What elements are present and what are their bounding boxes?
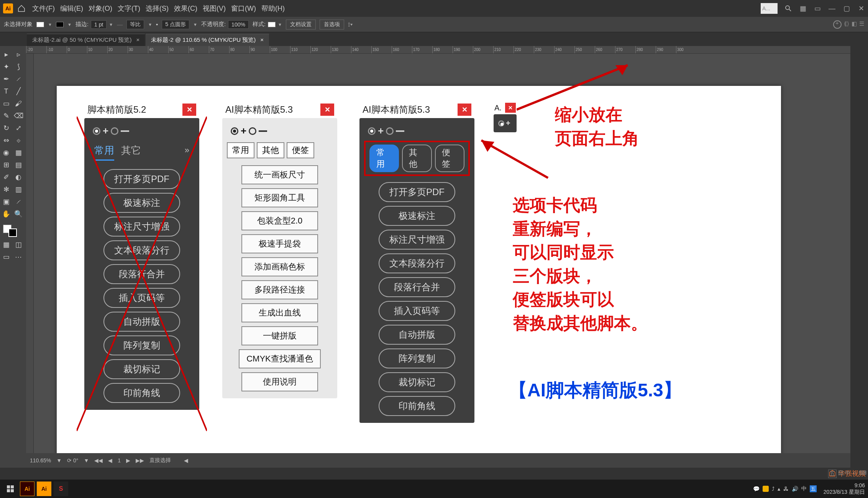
perspective-tool[interactable]: ▦ — [12, 146, 25, 159]
maximize-icon[interactable]: ▢ — [843, 5, 850, 12]
line-tool[interactable]: ╱ — [12, 85, 25, 97]
script-button[interactable]: 裁切标记 — [103, 359, 180, 379]
radio-off-icon[interactable] — [111, 127, 118, 135]
taskbar-ai-icon[interactable]: Ai — [20, 482, 34, 496]
start-button[interactable] — [3, 482, 18, 496]
pen-tool[interactable]: ✒ — [0, 73, 12, 85]
artboard-nav-last[interactable]: ▶▶ — [136, 457, 144, 463]
artboard-tool[interactable]: ▣ — [0, 196, 12, 208]
radio-on-icon[interactable] — [231, 127, 238, 135]
zoom-level[interactable]: 110.65% — [30, 457, 51, 463]
menu-object[interactable]: 对象(O) — [89, 4, 112, 13]
fill-swatch[interactable] — [36, 22, 44, 27]
script-button[interactable]: 自动拼版 — [379, 325, 455, 345]
ime-floating-bar[interactable]: 五 囧 中 ☺ ⌨ — [828, 470, 866, 478]
opacity-field[interactable]: 100% — [228, 20, 249, 29]
preferences-button[interactable]: 首选项 — [320, 20, 344, 30]
menu-effect[interactable]: 效果(C) — [174, 4, 197, 13]
panel-toggle-icon[interactable]: ⟪⟩ — [844, 20, 849, 29]
menu-text[interactable]: 文字(T) — [118, 4, 140, 13]
script-button[interactable]: 印前角线 — [103, 383, 180, 403]
tab-close-icon[interactable]: × — [136, 36, 140, 43]
script-button[interactable]: 极速标注 — [379, 206, 455, 226]
document-setup-button[interactable]: 文档设置 — [286, 20, 316, 30]
align-icon[interactable]: ⟟▾ — [348, 21, 353, 28]
script-button[interactable]: 打开多页PDF — [103, 169, 180, 189]
radio-on-icon[interactable] — [368, 127, 376, 135]
script-button[interactable]: 印前角线 — [379, 396, 455, 416]
tab-doc1[interactable]: 未标题-2.ai @ 50 % (CMYK/CPU 预览) × — [27, 34, 145, 46]
script-button[interactable]: 标注尺寸增强 — [103, 217, 180, 237]
script-button[interactable]: 极速手提袋 — [241, 234, 318, 253]
rotate-view-icon[interactable]: ⟳ 0° — [67, 457, 78, 463]
tab-doc2[interactable]: 未标题-2 @ 110.65 % (CMYK/CPU 预览) × — [146, 34, 269, 46]
script-button[interactable]: 阵列复制 — [103, 335, 180, 355]
canvas[interactable]: 脚本精简版5.2 ✕ + 常用 其它 » 打开多页PDF极速标注标注尺寸增强文本… — [34, 54, 850, 453]
eraser-tool[interactable]: ⌫ — [12, 110, 25, 122]
lasso-tool[interactable]: ⟆ — [12, 61, 25, 73]
menu-window[interactable]: 窗口(W) — [231, 4, 256, 13]
script-button[interactable]: 打开多页PDF — [379, 182, 455, 202]
radio-on-icon[interactable] — [498, 120, 504, 127]
eyedropper-tool[interactable]: ✐ — [0, 171, 12, 183]
script-button[interactable]: 段落行合并 — [103, 264, 180, 284]
radio-on-icon[interactable] — [93, 127, 100, 135]
uniform-field[interactable]: 等比 — [126, 20, 144, 29]
panelmini-close-button[interactable]: ✕ — [505, 103, 516, 113]
search-icon[interactable] — [784, 5, 792, 12]
collapse-icon[interactable]: ◧ — [852, 20, 857, 29]
menu-view[interactable]: 视图(V) — [203, 4, 226, 13]
rectangle-tool[interactable]: ▭ — [0, 97, 12, 110]
script-button[interactable]: 统一画板尺寸 — [241, 165, 318, 184]
script-button[interactable]: 极速标注 — [103, 193, 180, 213]
fill-stroke-control[interactable] — [0, 223, 25, 238]
radio-off-icon[interactable] — [249, 127, 256, 135]
selection-tool[interactable]: ▸ — [0, 48, 12, 61]
close-icon[interactable]: ✕ — [857, 5, 865, 12]
zoom-tool[interactable]: 🔍 — [12, 208, 25, 220]
tray-notification-icon[interactable]: 💬 — [753, 486, 760, 492]
brush-field[interactable]: 5 点圆形 — [162, 20, 189, 29]
stroke-swatch[interactable] — [56, 22, 64, 27]
magic-wand-tool[interactable]: ✦ — [0, 61, 12, 73]
taskbar-app-icon[interactable]: S — [54, 482, 68, 496]
script-button[interactable]: 使用说明 — [241, 372, 318, 391]
panel53dark-tab-other[interactable]: 其他 — [402, 145, 432, 172]
color-mode-icon[interactable]: ▦ — [0, 238, 12, 251]
draw-mode-icon[interactable]: ◫ — [12, 238, 25, 251]
tray-volume-icon[interactable]: 🔊 — [792, 486, 798, 492]
script-button[interactable]: 段落行合并 — [379, 277, 455, 297]
tray-clock[interactable]: 9:06 2023/8/13 星期日 — [824, 482, 865, 495]
type-tool[interactable]: T — [0, 85, 12, 97]
tray-ime-icon[interactable]: 中 — [801, 485, 807, 492]
script-button[interactable]: 自动拼版 — [103, 312, 180, 332]
tray-chevron-icon[interactable]: ▴ — [778, 486, 780, 492]
stroke-weight[interactable]: 1 pt — [91, 20, 107, 29]
script-button[interactable]: 插入页码等 — [379, 301, 455, 321]
shape-builder-tool[interactable]: ◉ — [0, 146, 12, 159]
script-button[interactable]: CMYK查找潘通色 — [239, 349, 321, 368]
script-button[interactable]: 添加画稿色标 — [241, 257, 318, 276]
panel52-tab-other[interactable]: 其它 — [121, 144, 141, 161]
tray-upload-icon[interactable]: ⤴ — [772, 486, 774, 492]
curvature-tool[interactable]: ⟋ — [12, 73, 25, 85]
blend-tool[interactable]: ◐ — [12, 171, 25, 183]
script-button[interactable]: 插入页码等 — [103, 288, 180, 308]
slice-tool[interactable]: ⟋ — [12, 196, 25, 208]
graph-tool[interactable]: ▥ — [12, 183, 25, 196]
scale-tool[interactable]: ⤢ — [12, 122, 25, 134]
script-button[interactable]: 标注尺寸增强 — [379, 230, 455, 250]
shaper-tool[interactable]: ✎ — [0, 110, 12, 122]
menu-edit[interactable]: 编辑(E) — [60, 4, 83, 13]
script-button[interactable]: 文本段落分行 — [379, 253, 455, 273]
workspace-icon[interactable]: ▭ — [814, 5, 821, 12]
arrange-icon[interactable]: ▦ — [799, 5, 807, 12]
script-button[interactable]: 多段路径连接 — [241, 280, 318, 299]
free-transform-tool[interactable]: ⟐ — [12, 134, 25, 146]
panel53dark-tab-common[interactable]: 常用 — [369, 145, 399, 172]
screen-mode-icon[interactable]: ▭ — [0, 251, 12, 263]
artboard-nav-prev[interactable]: ◀◀ — [94, 457, 103, 463]
width-tool[interactable]: ⇔ — [0, 134, 12, 146]
mesh-tool[interactable]: ⊞ — [0, 159, 12, 171]
panel53dark-tab-notes[interactable]: 便签 — [435, 145, 464, 172]
